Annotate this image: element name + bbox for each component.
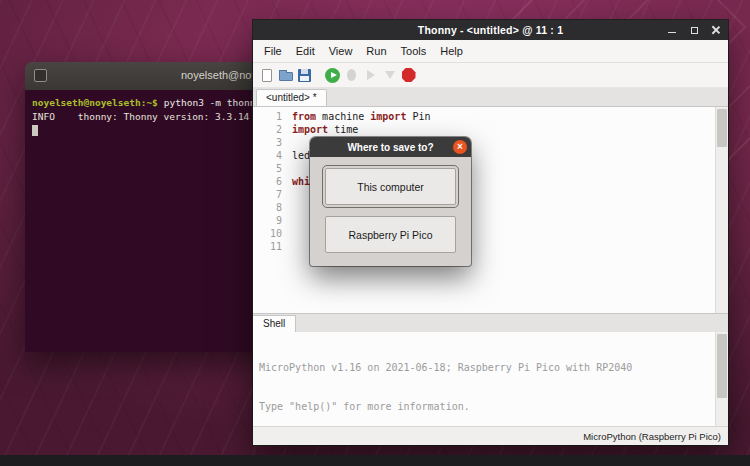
save-dialog: Where to save to? × This computer Raspbe… [310, 137, 471, 266]
step-into-button[interactable] [381, 65, 398, 85]
dialog-title: Where to save to? [347, 142, 433, 153]
menu-view[interactable]: View [322, 42, 360, 60]
menu-bar: FileEditViewRunToolsHelp [253, 40, 728, 63]
tab-shell[interactable]: Shell [253, 315, 296, 332]
shell-banner-line-1: MicroPython v1.16 on 2021-06-18; Raspber… [259, 361, 709, 374]
line-number: 5 [253, 162, 282, 175]
dialog-titlebar[interactable]: Where to save to? × [310, 137, 471, 157]
terminal-prompt: noyelseth@noyelseth:~$ [32, 97, 158, 108]
shell-header: Shell [253, 313, 728, 332]
shell-scrollbar[interactable] [715, 332, 728, 426]
step-into-icon [385, 71, 395, 79]
dialog-close-icon[interactable]: × [453, 140, 467, 154]
minimize-button[interactable] [666, 24, 678, 36]
line-number: 6 [253, 175, 282, 188]
terminal-command: python3 -m thonny [164, 97, 261, 108]
run-button[interactable] [324, 65, 341, 85]
code-line: import time [292, 123, 715, 136]
shell-banner-line-2: Type "help()" for more information. [259, 400, 709, 413]
menu-edit[interactable]: Edit [289, 42, 322, 60]
new-file-button[interactable] [258, 65, 275, 85]
dialog-body: This computer Raspberry Pi Pico [310, 157, 471, 253]
terminal-cursor [32, 125, 38, 136]
maximize-button[interactable] [688, 24, 700, 36]
editor-scrollbar[interactable] [715, 107, 728, 313]
step-over-icon [367, 70, 375, 80]
line-number: 3 [253, 136, 282, 149]
open-file-icon [279, 72, 293, 81]
interpreter-status[interactable]: MicroPython (Raspberry Pi Pico) [583, 431, 721, 442]
toolbar [253, 63, 728, 88]
shell-scrollbar-thumb[interactable] [717, 334, 727, 398]
line-number: 10 [253, 227, 282, 240]
menu-help[interactable]: Help [433, 42, 470, 60]
line-number: 2 [253, 123, 282, 136]
close-button[interactable] [710, 24, 722, 36]
taskbar [0, 455, 750, 466]
debug-icon [347, 69, 356, 81]
line-number: 8 [253, 201, 282, 214]
editor-scrollbar-thumb[interactable] [717, 109, 727, 147]
step-over-button[interactable] [362, 65, 379, 85]
thonny-titlebar[interactable]: Thonny - <untitled> @ 11 : 1 [253, 20, 728, 40]
this-computer-button[interactable]: This computer [325, 168, 456, 205]
save-file-icon [298, 69, 311, 82]
shell-pane[interactable]: MicroPython v1.16 on 2021-06-18; Raspber… [253, 332, 728, 426]
thonny-window: Thonny - <untitled> @ 11 : 1 FileEditVie… [253, 20, 728, 445]
tab-untitled[interactable]: <untitled> * [256, 89, 327, 106]
menu-tools[interactable]: Tools [394, 42, 434, 60]
line-number: 7 [253, 188, 282, 201]
line-number: 11 [253, 240, 282, 253]
raspberry-pi-pico-button[interactable]: Raspberry Pi Pico [325, 216, 456, 253]
window-controls [666, 24, 722, 36]
run-icon [325, 68, 340, 83]
menu-run[interactable]: Run [359, 42, 393, 60]
line-number: 9 [253, 214, 282, 227]
debug-button[interactable] [343, 65, 360, 85]
shell-output[interactable]: MicroPython v1.16 on 2021-06-18; Raspber… [253, 332, 715, 426]
open-file-button[interactable] [277, 65, 294, 85]
editor-gutter: 1234567891011 [253, 107, 287, 313]
new-file-icon [262, 69, 272, 82]
stop-button[interactable] [400, 65, 417, 85]
code-line: from machine import Pin [292, 110, 715, 123]
window-title: Thonny - <untitled> @ 11 : 1 [253, 20, 728, 40]
stop-icon [402, 68, 416, 82]
status-bar: MicroPython (Raspberry Pi Pico) [253, 426, 728, 445]
line-number: 4 [253, 149, 282, 162]
terminal-window-menu-icon[interactable] [34, 69, 47, 82]
desktop: noyelseth@noyelseth: ~ noyelseth@noyelse… [0, 0, 750, 466]
save-file-button[interactable] [296, 65, 313, 85]
menu-file[interactable]: File [257, 42, 289, 60]
line-number: 1 [253, 110, 282, 123]
editor-tabbar: <untitled> * [253, 88, 728, 107]
